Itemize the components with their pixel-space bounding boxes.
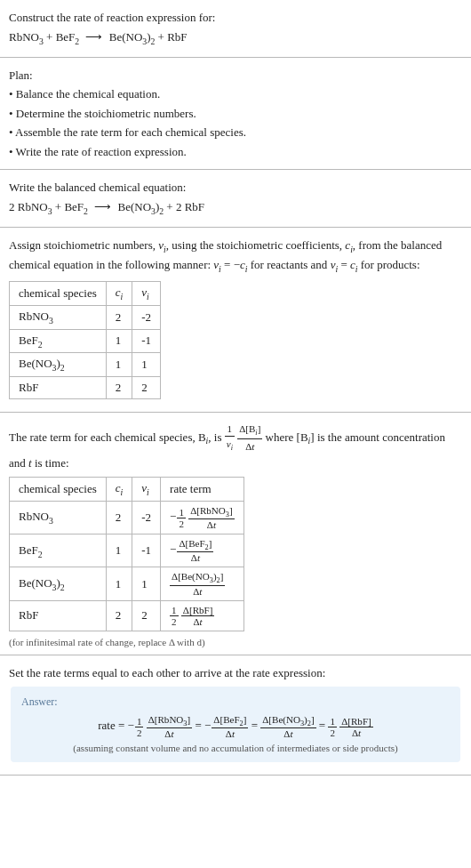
- cell-v: 2: [132, 600, 161, 631]
- table-row: BeF2 1 -1 −Δ[BeF2]Δt: [10, 534, 244, 567]
- cell-v: 1: [132, 353, 161, 377]
- balanced-section: Write the balanced chemical equation: 2 …: [0, 170, 471, 228]
- cell-c: 1: [106, 534, 132, 567]
- rateterm-note: (for infinitesimal rate of change, repla…: [9, 637, 462, 647]
- rate-expression: rate = −12 Δ[RbNO3]Δt = −Δ[BeF2]Δt = Δ[B…: [21, 714, 450, 739]
- text: where [B: [266, 430, 308, 443]
- cell-v: -2: [132, 502, 161, 534]
- cell-species: RbNO3: [10, 502, 107, 534]
- answer-label: Answer:: [21, 695, 450, 709]
- plan-section: Plan: • Balance the chemical equation. •…: [0, 58, 471, 171]
- table-row: RbF 2 2 12 Δ[RbF]Δt: [10, 600, 244, 631]
- arrow-icon: ⟶: [91, 200, 115, 213]
- stoich-table: chemical species ci νi RbNO3 2 -2 BeF2 1…: [9, 281, 161, 398]
- plan-item-2: • Assemble the rate term for each chemic…: [9, 124, 462, 141]
- text: The rate term for each chemical species,…: [9, 430, 206, 443]
- col-rate: rate term: [161, 478, 244, 502]
- num: Δ[Bi]: [237, 422, 262, 440]
- plan-item-3: • Write the rate of reaction expression.: [9, 143, 462, 161]
- sub: 2: [38, 339, 43, 349]
- sp: RbF: [19, 381, 38, 394]
- bal-lhs-1: 2 RbNO: [9, 200, 48, 213]
- sub: 2: [60, 363, 65, 373]
- eq-rhs-1: Be(NO: [109, 30, 143, 44]
- cell-species: Be(NO3)2: [10, 567, 107, 600]
- table-row: Be(NO3)2 1 1 Δ[Be(NO3)2]Δt: [10, 567, 244, 600]
- cell-c: 1: [106, 329, 132, 353]
- table-row: RbNO3 2 -2: [10, 305, 161, 329]
- cell-species: Be(NO3)2: [10, 353, 107, 377]
- cell-species: RbNO3: [10, 305, 107, 329]
- cell-c: 1: [106, 567, 132, 600]
- col-nui: νi: [132, 282, 161, 306]
- cell-v: 2: [132, 376, 161, 398]
- sub-2: 2: [75, 36, 79, 45]
- rateterm-table: chemical species ci νi rate term RbNO3 2…: [9, 477, 244, 631]
- cell-rate: 12 Δ[RbF]Δt: [161, 600, 244, 631]
- cell-rate: Δ[Be(NO3)2]Δt: [161, 567, 244, 600]
- text: = −: [221, 258, 240, 271]
- cell-species: RbF: [10, 600, 107, 631]
- table-header-row: chemical species ci νi: [10, 282, 161, 306]
- arrow-icon: ⟶: [82, 30, 106, 44]
- header-section: Construct the rate of reaction expressio…: [0, 0, 471, 58]
- plan-title: Plan:: [9, 67, 462, 84]
- table-row: RbNO3 2 -2 −12 Δ[RbNO3]Δt: [10, 502, 244, 534]
- col-species: chemical species: [10, 478, 107, 502]
- cell-rate: −12 Δ[RbNO3]Δt: [161, 502, 244, 534]
- cell-c: 2: [106, 376, 132, 398]
- cell-c: 1: [106, 353, 132, 377]
- cell-v: -1: [132, 534, 161, 567]
- col-ci: ci: [106, 282, 132, 306]
- balanced-equation: 2 RbNO3 + BeF2 ⟶ Be(NO3)2 + 2 RbF: [9, 198, 462, 218]
- sub-i: i: [147, 292, 149, 301]
- cell-c: 2: [106, 502, 132, 534]
- rate-label: rate =: [98, 719, 127, 732]
- unbalanced-equation: RbNO3 + BeF2 ⟶ Be(NO3)2 + RbF: [9, 28, 462, 48]
- stoich-section: Assign stoichiometric numbers, νi, using…: [0, 228, 471, 413]
- col-nui: νi: [132, 478, 161, 502]
- cell-v: -2: [132, 305, 161, 329]
- frac-dB-dt: Δ[Bi]Δt: [237, 422, 262, 454]
- text: , using the stoichiometric coefficients,: [166, 238, 346, 252]
- table-row: Be(NO3)2 1 1: [10, 353, 161, 377]
- text: for reactants and: [248, 258, 331, 271]
- cell-v: -1: [132, 329, 161, 353]
- text: is time:: [32, 456, 69, 470]
- frac-1-nu: 1νi: [225, 422, 235, 454]
- text: , is: [208, 430, 224, 443]
- eq-lhs-2: + BeF: [44, 30, 76, 44]
- sub-i: i: [121, 292, 124, 301]
- sp: BeF: [19, 334, 38, 347]
- num: 1: [225, 422, 235, 438]
- sub: 3: [49, 316, 53, 326]
- rateterm-section: The rate term for each chemical species,…: [0, 413, 471, 655]
- table-header-row: chemical species ci νi rate term: [10, 478, 244, 502]
- cell-species: BeF2: [10, 534, 107, 567]
- rateterm-intro: The rate term for each chemical species,…: [9, 422, 462, 472]
- bal-rhs-1: Be(NO: [117, 200, 151, 213]
- text: =: [338, 258, 350, 271]
- final-title: Set the rate terms equal to each other t…: [9, 664, 462, 682]
- sp: RbNO: [19, 309, 49, 323]
- cell-rate: −Δ[BeF2]Δt: [161, 534, 244, 567]
- stoich-intro: Assign stoichiometric numbers, νi, using…: [9, 237, 462, 276]
- cell-c: 2: [106, 305, 132, 329]
- final-section: Set the rate terms equal to each other t…: [0, 655, 471, 776]
- sp: Be(NO: [19, 357, 52, 370]
- plan-item-0: • Balance the chemical equation.: [9, 85, 462, 103]
- plan-item-1: • Determine the stoichiometric numbers.: [9, 105, 462, 123]
- text: for products:: [357, 258, 419, 271]
- den: νi: [225, 437, 235, 454]
- den: Δt: [237, 439, 262, 454]
- bal-rhs-2: + 2 RbF: [164, 200, 204, 213]
- table-row: RbF 2 2: [10, 376, 161, 398]
- header-title: Construct the rate of reaction expressio…: [9, 9, 462, 27]
- balanced-title: Write the balanced chemical equation:: [9, 179, 462, 197]
- bal-lhs-2: + BeF: [52, 200, 84, 213]
- cell-c: 2: [106, 600, 132, 631]
- eq-rhs-2: + RbF: [155, 30, 187, 44]
- cell-species: BeF2: [10, 329, 107, 353]
- answer-box: Answer: rate = −12 Δ[RbNO3]Δt = −Δ[BeF2]…: [11, 687, 460, 762]
- table-row: BeF2 1 -1: [10, 329, 161, 353]
